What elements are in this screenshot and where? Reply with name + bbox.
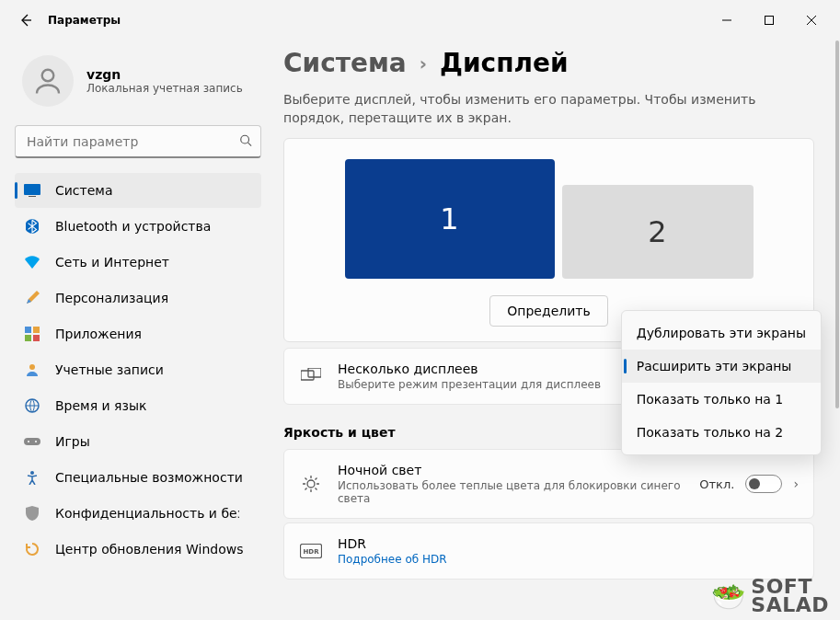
sidebar-item-label: Конфиденциальность и безопасность — [55, 506, 239, 521]
globe-icon — [24, 397, 40, 414]
network-icon — [24, 254, 40, 270]
svg-point-18 — [307, 480, 315, 488]
brush-icon — [24, 290, 40, 306]
svg-rect-3 — [24, 184, 40, 195]
display-1[interactable]: 1 — [345, 159, 555, 279]
sidebar-item-label: Приложения — [55, 327, 142, 341]
row-subtitle-link[interactable]: Подробнее об HDR — [338, 553, 799, 566]
row-title: Ночной свет — [338, 463, 685, 477]
toggle-status: Откл. — [699, 477, 734, 491]
sidebar-item-label: Персонализация — [55, 291, 168, 305]
sidebar-item-label: Сеть и Интернет — [55, 255, 169, 270]
svg-rect-6 — [25, 327, 31, 333]
page-hint: Выберите дисплей, чтобы изменить его пар… — [283, 91, 814, 127]
accounts-icon — [24, 362, 40, 378]
back-arrow-icon — [18, 13, 33, 28]
close-button[interactable] — [790, 6, 833, 35]
watermark: 🥗 SOFT SALAD — [711, 578, 829, 614]
svg-point-10 — [29, 364, 35, 370]
sidebar-item-time-language[interactable]: Время и язык — [15, 388, 261, 423]
hdr-row[interactable]: HDR HDR Подробнее об HDR — [283, 522, 814, 580]
svg-rect-7 — [33, 327, 40, 333]
svg-rect-0 — [765, 17, 774, 25]
chevron-right-icon[interactable]: › — [793, 476, 799, 491]
svg-point-14 — [35, 441, 37, 442]
svg-rect-8 — [25, 335, 31, 341]
sidebar-item-label: Игры — [55, 434, 90, 449]
sidebar-item-privacy[interactable]: Конфиденциальность и безопасность — [15, 496, 261, 531]
user-name: vzgn — [86, 67, 243, 82]
avatar — [22, 55, 74, 107]
sidebar-item-label: Время и язык — [55, 398, 146, 413]
svg-point-2 — [241, 135, 249, 144]
dropdown-item-duplicate[interactable]: Дублировать эти экраны — [622, 316, 821, 350]
sidebar-item-label: Система — [55, 183, 112, 198]
dropdown-item-extend[interactable]: Расширить эти экраны — [622, 350, 821, 383]
scrollbar-thumb[interactable] — [835, 40, 839, 408]
person-icon — [31, 64, 64, 98]
breadcrumb: Система › Дисплей — [283, 48, 814, 78]
window-title: Параметры — [48, 14, 121, 27]
sidebar-item-accounts[interactable]: Учетные записи — [15, 352, 261, 387]
identify-button[interactable]: Определить — [489, 295, 607, 327]
search-input[interactable] — [15, 125, 261, 158]
user-subtitle: Локальная учетная запись — [86, 82, 243, 95]
night-light-row[interactable]: Ночной свет Использовать более теплые цв… — [283, 449, 814, 519]
sidebar-item-update[interactable]: Центр обновления Windows — [15, 532, 261, 567]
sidebar-item-system[interactable]: Система — [15, 173, 261, 208]
bluetooth-icon — [24, 218, 40, 235]
svg-text:HDR: HDR — [303, 548, 319, 556]
row-subtitle: Использовать более теплые цвета для блок… — [338, 479, 685, 505]
shield-icon — [24, 505, 40, 522]
svg-rect-17 — [308, 368, 321, 377]
multi-display-icon — [299, 368, 323, 385]
sidebar-item-label: Специальные возможности — [55, 470, 243, 485]
sidebar-item-label: Bluetooth и устройства — [55, 219, 211, 234]
svg-rect-4 — [29, 196, 36, 197]
sidebar-item-accessibility[interactable]: Специальные возможности — [15, 460, 261, 495]
chevron-right-icon: › — [420, 52, 427, 75]
back-button[interactable] — [7, 2, 44, 39]
system-icon — [24, 182, 40, 199]
sidebar-item-apps[interactable]: Приложения — [15, 316, 261, 351]
accessibility-icon — [24, 469, 40, 486]
gamepad-icon — [24, 433, 40, 450]
display-mode-dropdown: Дублировать эти экраны Расширить эти экр… — [621, 310, 822, 455]
dropdown-item-only-2[interactable]: Показать только на 2 — [622, 416, 821, 449]
sidebar-item-bluetooth[interactable]: Bluetooth и устройства — [15, 209, 261, 244]
sidebar-item-label: Центр обновления Windows — [55, 542, 243, 557]
sidebar-item-personalization[interactable]: Персонализация — [15, 281, 261, 316]
svg-point-15 — [30, 471, 34, 475]
night-light-toggle[interactable] — [745, 475, 782, 493]
svg-rect-12 — [24, 438, 40, 445]
search-icon — [239, 133, 252, 151]
svg-point-1 — [42, 70, 54, 82]
dropdown-item-only-1[interactable]: Показать только на 1 — [622, 383, 821, 416]
sidebar-item-gaming[interactable]: Игры — [15, 424, 261, 459]
watermark-icon: 🥗 — [711, 580, 746, 613]
svg-rect-9 — [33, 335, 40, 341]
maximize-button[interactable] — [748, 6, 790, 35]
row-title: HDR — [338, 536, 799, 551]
minimize-button[interactable] — [706, 6, 748, 35]
close-icon — [807, 16, 816, 25]
svg-point-13 — [28, 441, 29, 442]
breadcrumb-current: Дисплей — [440, 48, 569, 78]
apps-icon — [24, 326, 40, 342]
scrollbar[interactable] — [833, 40, 840, 620]
hdr-icon: HDR — [299, 544, 323, 558]
sidebar-item-label: Учетные записи — [55, 362, 164, 377]
svg-rect-16 — [301, 371, 314, 380]
display-2[interactable]: 2 — [562, 185, 754, 279]
update-icon — [24, 541, 40, 557]
breadcrumb-parent[interactable]: Система — [283, 48, 407, 78]
sidebar-item-network[interactable]: Сеть и Интернет — [15, 245, 261, 280]
night-light-icon — [299, 475, 323, 493]
user-block[interactable]: vzgn Локальная учетная запись — [15, 48, 261, 114]
minimize-icon — [722, 16, 731, 25]
maximize-icon — [765, 16, 774, 25]
